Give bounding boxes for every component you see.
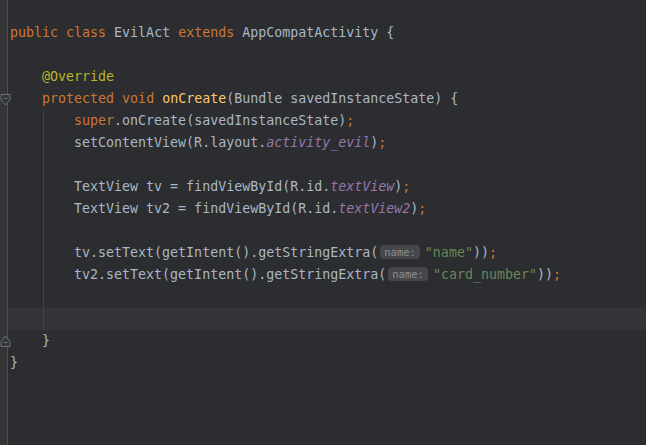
code-token-kw: super (74, 113, 114, 128)
code-token-def: } (10, 333, 50, 348)
code-token-fld: textView2 (338, 201, 410, 216)
code-editor-window: public class EvilAct extends AppCompatAc… (0, 0, 646, 445)
code-line-current[interactable] (8, 308, 646, 330)
code-line[interactable]: tv.setText(getIntent().getStringExtra(na… (8, 242, 646, 264)
code-token-def: AppCompatActivity { (234, 25, 394, 40)
code-token-ann: @Override (42, 69, 114, 84)
code-editor[interactable]: public class EvilAct extends AppCompatAc… (8, 0, 646, 445)
code-token-semi: ; (553, 267, 561, 282)
code-line[interactable]: TextView tv2 = findViewById(R.id.textVie… (8, 198, 646, 220)
fold-collapse-end-icon[interactable] (0, 335, 11, 348)
code-token-def: setContentView(R.layout. (10, 135, 266, 150)
code-line[interactable] (8, 44, 646, 66)
code-line[interactable]: @Override (8, 66, 646, 88)
fold-collapse-start-icon[interactable] (0, 93, 11, 106)
code-line[interactable] (8, 220, 646, 242)
code-line[interactable]: } (8, 330, 646, 352)
code-token-def (114, 91, 122, 106)
code-token-semi: ; (378, 135, 386, 150)
code-token-def: tv2.setText(getIntent().getStringExtra( (10, 267, 386, 282)
code-token-def: TextView tv2 = findViewById(R.id. (10, 201, 338, 216)
code-token-def: .onCreate(savedInstanceState) (114, 113, 346, 128)
code-line[interactable]: } (8, 352, 646, 374)
code-token-meth: onCreate (162, 91, 226, 106)
code-line[interactable]: public class EvilAct extends AppCompatAc… (8, 22, 646, 44)
editor-gutter[interactable] (0, 0, 8, 445)
code-token-def (58, 25, 66, 40)
indent-guide (43, 110, 44, 330)
code-token-def (10, 69, 42, 84)
code-token-def: EvilAct (106, 25, 178, 40)
code-line[interactable]: TextView tv = findViewById(R.id.textView… (8, 176, 646, 198)
code-line[interactable] (8, 154, 646, 176)
code-token-fld: textView (330, 179, 394, 194)
code-line[interactable]: tv2.setText(getIntent().getStringExtra(n… (8, 264, 646, 286)
code-token-semi: ; (418, 201, 426, 216)
parameter-name-hint: name: (388, 267, 428, 281)
code-token-def: TextView tv = findViewById(R.id. (10, 179, 330, 194)
code-token-kw: class (66, 25, 106, 40)
code-line[interactable]: setContentView(R.layout.activity_evil); (8, 132, 646, 154)
code-token-semi: ; (346, 113, 354, 128)
code-token-semi: ; (489, 245, 497, 260)
code-token-kw: public (10, 25, 58, 40)
code-line[interactable] (8, 286, 646, 308)
code-line[interactable] (8, 0, 646, 22)
code-token-def: )) (537, 267, 553, 282)
code-token-str: "name" (425, 245, 473, 260)
code-token-def: (Bundle savedInstanceState) { (226, 91, 458, 106)
code-token-def: )) (473, 245, 489, 260)
code-token-semi: ; (402, 179, 410, 194)
code-token-def: } (10, 355, 18, 370)
code-token-kw: extends (178, 25, 234, 40)
code-line[interactable]: super.onCreate(savedInstanceState); (8, 110, 646, 132)
code-token-def (10, 91, 42, 106)
code-token-def: tv.setText(getIntent().getStringExtra( (10, 245, 378, 260)
code-token-def (154, 91, 162, 106)
code-token-fld: activity_evil (266, 135, 370, 150)
code-token-kw: protected (42, 91, 114, 106)
code-token-kw: void (122, 91, 154, 106)
code-token-str: "card_number" (433, 267, 537, 282)
code-line[interactable]: protected void onCreate(Bundle savedInst… (8, 88, 646, 110)
parameter-name-hint: name: (380, 245, 420, 259)
